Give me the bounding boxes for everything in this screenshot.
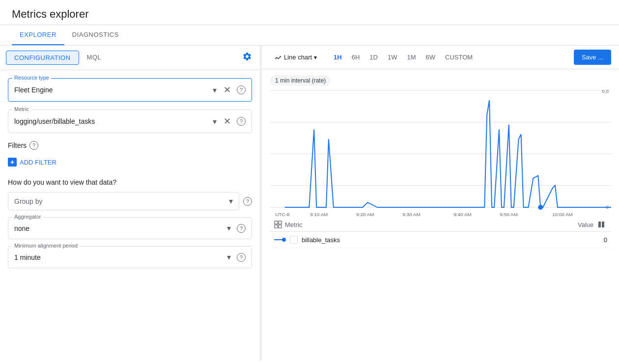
chart-type-button[interactable]: Line chart ▾	[270, 52, 321, 63]
legend-metric-header: Metric	[285, 221, 302, 228]
legend-metric-name: billable_tasks	[302, 236, 340, 244]
time-btn-6h[interactable]: 6H	[347, 52, 365, 63]
aggregator-label: Aggregator	[12, 214, 43, 220]
aggregator-value: none	[14, 224, 29, 232]
svg-rect-18	[598, 222, 601, 227]
resource-type-dropdown[interactable]: ▾	[212, 84, 218, 96]
svg-text:9:30 AM: 9:30 AM	[402, 212, 420, 217]
group-by-arrow: ▾	[229, 196, 233, 206]
filters-label: Filters	[8, 141, 27, 149]
min-alignment-help[interactable]: ?	[237, 253, 246, 262]
svg-rect-15	[279, 221, 281, 224]
legend-checkbox[interactable]	[290, 236, 298, 244]
nav-tabs: EXPLORER DIAGNOSTICS	[0, 25, 619, 46]
metric-label: Metric	[12, 106, 31, 112]
metric-help[interactable]: ?	[237, 117, 246, 126]
svg-rect-14	[275, 221, 278, 224]
time-btn-1m[interactable]: 1M	[402, 52, 421, 63]
svg-text:10:00 AM: 10:00 AM	[552, 212, 573, 217]
svg-point-21	[282, 238, 286, 242]
add-filter-label: ADD FILTER	[20, 159, 56, 166]
page-title: Metrics explorer	[12, 8, 607, 21]
chart-svg: 0.0 0 UTC-8 9:10 AM 9:20 AM 9:30 AM 9:40…	[270, 90, 611, 218]
group-by-value: Group by	[14, 197, 43, 205]
settings-button[interactable]	[240, 50, 254, 66]
group-by-dropdown[interactable]: Group by ▾	[8, 192, 239, 210]
legend-collapse-icon[interactable]	[597, 221, 605, 228]
config-body: Resource type Fleet Engine ▾ ✕ ? Metric	[0, 70, 260, 283]
right-panel: Line chart ▾ 1H 6H 1D 1W 1M 6W CUSTOM Sa…	[262, 46, 619, 361]
group-by-row: Group by ▾ ?	[8, 192, 252, 210]
chart-type-arrow: ▾	[314, 54, 317, 61]
time-btn-1w[interactable]: 1W	[383, 52, 402, 63]
legend-header: Metric Value	[270, 218, 611, 232]
main-layout: CONFIGURATION MQL Resource type Fleet En…	[0, 46, 619, 361]
aggregator-group: Aggregator none ▾ ?	[8, 217, 252, 239]
config-tabs-row: CONFIGURATION MQL	[0, 46, 260, 70]
metric-group: Metric logging/user/billable_tasks ▾ ✕ ?	[8, 110, 252, 133]
svg-text:0.0: 0.0	[602, 90, 609, 94]
legend-value: 0	[604, 236, 607, 244]
group-by-help[interactable]: ?	[243, 197, 252, 206]
svg-rect-16	[275, 225, 278, 228]
min-alignment-value: 1 minute	[14, 253, 41, 261]
min-alignment-group: Minimum alignment period 1 minute ▾ ?	[8, 246, 252, 268]
time-btn-1h[interactable]: 1H	[329, 52, 347, 63]
resource-type-clear[interactable]: ✕	[223, 84, 232, 96]
time-buttons: 1H 6H 1D 1W 1M 6W CUSTOM	[329, 52, 478, 63]
left-panel: CONFIGURATION MQL Resource type Fleet En…	[0, 46, 260, 361]
legend-value-header: Value	[578, 221, 593, 228]
svg-text:9:40 AM: 9:40 AM	[453, 212, 471, 217]
resource-type-help[interactable]: ?	[237, 85, 246, 94]
metric-value: logging/user/billable_tasks	[14, 117, 95, 125]
legend-color-line	[274, 237, 286, 242]
metric-clear[interactable]: ✕	[223, 115, 232, 128]
chart-type-label: Line chart	[284, 54, 312, 61]
metric-dropdown[interactable]: ▾	[212, 116, 218, 127]
add-filter-button[interactable]: + ADD FILTER	[8, 156, 56, 168]
min-alignment-dropdown[interactable]: ▾	[226, 252, 232, 263]
chart-area: 1 min interval (rate) 0.0 0	[262, 69, 619, 361]
time-btn-custom[interactable]: CUSTOM	[440, 52, 478, 63]
chart-hover-dot	[538, 205, 543, 210]
page-header: Metrics explorer	[0, 0, 619, 25]
svg-text:9:10 AM: 9:10 AM	[310, 212, 328, 217]
nav-tab-explorer[interactable]: EXPLORER	[12, 25, 64, 45]
filters-section: Filters ?	[8, 141, 252, 150]
resource-type-value: Fleet Engine	[14, 86, 53, 94]
min-alignment-label: Minimum alignment period	[12, 243, 80, 249]
time-btn-1d[interactable]: 1D	[365, 52, 383, 63]
svg-text:UTC-8: UTC-8	[275, 212, 290, 217]
chart-container: 0.0 0 UTC-8 9:10 AM 9:20 AM 9:30 AM 9:40…	[270, 90, 611, 218]
svg-rect-17	[279, 225, 281, 228]
filters-help[interactable]: ?	[29, 141, 38, 150]
chart-toolbar: Line chart ▾ 1H 6H 1D 1W 1M 6W CUSTOM Sa…	[262, 46, 619, 69]
aggregator-help[interactable]: ?	[237, 224, 246, 233]
resource-type-group: Resource type Fleet Engine ▾ ✕ ?	[8, 78, 252, 102]
interval-badge: 1 min interval (rate)	[270, 75, 331, 86]
grid-icon	[274, 221, 282, 228]
svg-text:9:20 AM: 9:20 AM	[356, 212, 374, 217]
time-btn-6w[interactable]: 6W	[421, 52, 441, 63]
aggregator-dropdown[interactable]: ▾	[226, 223, 232, 234]
tab-mql[interactable]: MQL	[79, 51, 110, 65]
tab-configuration[interactable]: CONFIGURATION	[6, 51, 79, 65]
legend-section: Metric Value billable_tasks	[270, 218, 611, 248]
legend-row: billable_tasks 0	[270, 232, 611, 248]
svg-rect-19	[602, 222, 604, 227]
add-filter-icon: +	[8, 158, 17, 167]
svg-text:9:50 AM: 9:50 AM	[500, 212, 518, 217]
resource-type-label: Resource type	[12, 75, 51, 81]
save-button[interactable]: Save ...	[574, 50, 611, 65]
config-tabs: CONFIGURATION MQL	[6, 51, 109, 65]
view-section-title: How do you want to view that data?	[8, 178, 252, 186]
nav-tab-diagnostics[interactable]: DIAGNOSTICS	[64, 25, 127, 45]
